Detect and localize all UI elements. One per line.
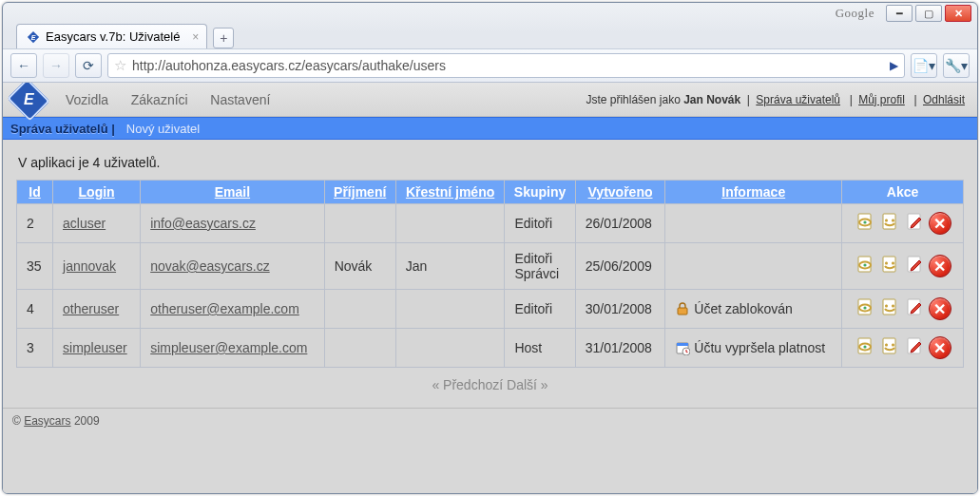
col-login[interactable]: Login [53, 181, 141, 204]
summary-text: V aplikaci je 4 uživatelů. [18, 155, 964, 170]
cell-vytvoreno: 25/06/2009 [575, 243, 665, 290]
col-vytvoreno[interactable]: Vytvořeno [575, 181, 665, 204]
go-button[interactable]: ▶ [890, 59, 898, 72]
tab-close-icon[interactable]: × [192, 30, 199, 44]
cell-info [665, 243, 842, 290]
window-close-button[interactable]: ✕ [945, 5, 971, 22]
app-logo: E [7, 83, 49, 121]
favicon-icon: E [27, 30, 40, 44]
url-input[interactable] [132, 58, 880, 73]
nav-nastaveni[interactable]: Nastavení [210, 92, 270, 107]
bookmark-star-icon[interactable]: ☆ [114, 57, 126, 74]
nav-vozidla[interactable]: Vozidla [66, 92, 108, 107]
cell-jmeno: Jan [395, 243, 505, 290]
cell-akce: ✕ [842, 329, 964, 368]
reload-button[interactable]: ⟳ [75, 53, 102, 78]
delete-icon[interactable]: ✕ [929, 336, 951, 359]
col-prijmeni[interactable]: Příjmení [324, 181, 395, 204]
user-bar: Jste přihlášen jako Jan Novák | Správa u… [586, 93, 968, 106]
table-row: 3simpleusersimpleuser@example.comHost31/… [17, 329, 964, 368]
delete-icon[interactable]: ✕ [929, 212, 951, 235]
delete-icon[interactable]: ✕ [929, 297, 951, 320]
login-link[interactable]: otheruser [63, 301, 119, 316]
pager-prev[interactable]: « Předchozí [432, 377, 503, 392]
window-minimize-button[interactable]: ━ [886, 5, 913, 22]
table-row: 35jannovaknovak@easycars.czNovákJanEdito… [17, 243, 964, 290]
cell-id: 4 [17, 290, 53, 329]
cell-id: 2 [17, 204, 53, 243]
link-sprava[interactable]: Správa uživatelů [756, 93, 840, 106]
table-row: 2acluserinfo@easycars.czEditoři26/01/200… [17, 204, 964, 243]
cell-skupiny: Host [505, 329, 575, 368]
cell-skupiny: EditořiSprávci [505, 243, 575, 290]
login-link[interactable]: jannovak [63, 258, 116, 274]
cell-prijmeni [324, 204, 395, 243]
cell-info: Účet zablokován [665, 290, 842, 329]
impersonate-icon[interactable] [879, 212, 900, 233]
subnav-active[interactable]: Správa uživatelů | [10, 122, 115, 136]
login-link[interactable]: acluser [63, 216, 106, 231]
delete-icon[interactable]: ✕ [929, 255, 951, 277]
cell-prijmeni [324, 290, 395, 329]
cell-jmeno [395, 204, 505, 243]
lock-icon [675, 301, 690, 316]
tab-title: Easycars v.7b: Uživatelé [46, 29, 180, 44]
cell-vytvoreno: 31/01/2008 [575, 329, 665, 368]
edit-icon[interactable] [904, 336, 925, 357]
link-odhlasit[interactable]: Odhlásit [923, 93, 965, 106]
view-icon[interactable] [855, 336, 875, 357]
col-informace[interactable]: Informace [665, 181, 842, 204]
col-id[interactable]: Id [17, 181, 53, 204]
window-maximize-button[interactable]: ▢ [915, 5, 942, 22]
subnav-new-user[interactable]: Nový uživatel [126, 122, 200, 136]
wrench-menu-button[interactable]: 🔧▾ [943, 53, 970, 78]
back-button[interactable]: ← [10, 53, 37, 78]
cell-id: 35 [17, 243, 53, 290]
cell-skupiny: Editoři [505, 290, 575, 329]
view-icon[interactable] [855, 297, 875, 318]
cell-login: acluser [53, 204, 141, 243]
logged-user: Jan Novák [683, 93, 740, 106]
email-link[interactable]: otheruser@example.com [150, 301, 299, 316]
pager-next[interactable]: Další » [507, 377, 548, 392]
svg-rect-12 [678, 308, 687, 315]
col-jmeno[interactable]: Křestní jméno [395, 181, 505, 204]
footer-brand-link[interactable]: Easycars [24, 414, 70, 428]
svg-rect-19 [677, 343, 688, 346]
edit-icon[interactable] [904, 297, 925, 318]
edit-icon[interactable] [904, 212, 925, 233]
email-link[interactable]: info@easycars.cz [150, 216, 256, 231]
expired-icon [675, 340, 690, 355]
svg-text:E: E [31, 33, 36, 40]
cell-jmeno [395, 290, 505, 329]
edit-icon[interactable] [904, 255, 925, 276]
impersonate-icon[interactable] [879, 336, 900, 357]
footer-year: 2009 [74, 414, 100, 428]
login-link[interactable]: simpleuser [63, 340, 127, 355]
view-icon[interactable] [855, 212, 875, 233]
svg-point-4 [863, 220, 866, 223]
cell-email: info@easycars.cz [141, 204, 324, 243]
nav-zakaznici[interactable]: Zákazníci [131, 92, 188, 107]
browser-tab[interactable]: E Easycars v.7b: Uživatelé × [16, 24, 207, 48]
cell-vytvoreno: 26/01/2008 [575, 204, 665, 243]
pagination: « Předchozí Další » [16, 368, 964, 402]
cell-id: 3 [17, 329, 53, 368]
cell-akce: ✕ [842, 204, 964, 243]
cell-akce: ✕ [842, 290, 964, 329]
impersonate-icon[interactable] [879, 255, 900, 276]
forward-button[interactable]: → [43, 53, 69, 78]
google-brand: Google [836, 6, 874, 21]
view-icon[interactable] [855, 255, 875, 276]
impersonate-icon[interactable] [879, 297, 900, 318]
col-email[interactable]: Email [141, 181, 324, 204]
link-profil[interactable]: Můj profil [858, 93, 905, 106]
email-link[interactable]: simpleuser@example.com [150, 340, 307, 355]
url-bar[interactable]: ☆ ▶ [107, 53, 905, 78]
footer-copy: © [12, 414, 21, 428]
users-table: Id Login Email Příjmení Křestní jméno Sk… [16, 180, 964, 368]
email-link[interactable]: novak@easycars.cz [150, 258, 269, 274]
new-tab-button[interactable]: + [213, 28, 234, 48]
cell-vytvoreno: 30/01/2008 [575, 290, 665, 329]
page-menu-button[interactable]: 📄▾ [911, 53, 937, 78]
